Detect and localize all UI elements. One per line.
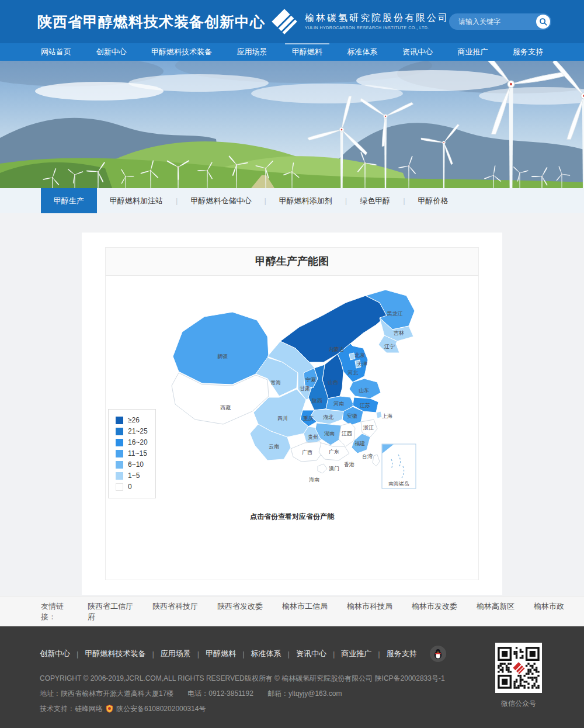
beian-text[interactable]: 陕公安备61080202000314号 (116, 705, 206, 713)
province-label-澳门: 澳门 (329, 466, 339, 472)
phone-text: 电话：0912-3851192 (187, 689, 253, 698)
province-北京[interactable] (349, 353, 355, 360)
friend-link-榆林市发改委[interactable]: 榆林市发改委 (412, 602, 457, 611)
legend-label: 21~25 (128, 428, 148, 435)
content-card: 甲醇生产产能图 新疆西藏青海甘肃内蒙古黑龙江吉林辽宁河北北京天津山西宁夏陕西山东… (82, 233, 502, 595)
tech-support-line: 技术支持：硅峰网络 陕公安备61080202000314号 (40, 705, 543, 713)
footer-nav-separator: | (288, 650, 290, 658)
footer-nav-应用场景[interactable]: 应用场景 (161, 649, 191, 659)
footer-nav-服务支持[interactable]: 服务支持 (387, 649, 417, 659)
nav-item-资讯中心[interactable]: 资讯中心 (399, 43, 436, 61)
search-input[interactable] (457, 17, 536, 26)
tech-support-text: 技术支持：硅峰网络 (40, 705, 103, 713)
subnav-tab-绿色甲醇[interactable]: 绿色甲醇 (347, 188, 403, 213)
main-nav-list: 网站首页创新中心甲醇燃料技术装备应用场景甲醇燃料标准体系资讯中心商业推广服务支持 (0, 43, 584, 61)
province-label-台湾: 台湾 (362, 453, 373, 459)
friend-link-陕西省发改委[interactable]: 陕西省发改委 (217, 602, 263, 611)
nav-item-甲醇燃料[interactable]: 甲醇燃料 (288, 43, 326, 61)
footer-nav-创新中心[interactable]: 创新中心 (40, 649, 70, 659)
friend-links-list: 陕西省工信厅陕西省科技厅陕西省发改委榆林市工信局榆林市科技局榆林市发改委榆林高新… (88, 601, 584, 622)
friend-links-row: 友情链接： 陕西省工信厅陕西省科技厅陕西省发改委榆林市工信局榆林市科技局榆林市发… (0, 596, 584, 626)
legend-row: 1~5 (116, 470, 155, 481)
subnav-tab-甲醇生产[interactable]: 甲醇生产 (41, 188, 97, 213)
friend-link-榆林市工信局[interactable]: 榆林市工信局 (282, 602, 328, 611)
capacity-chart-box: 甲醇生产产能图 新疆西藏青海甘肃内蒙古黑龙江吉林辽宁河北北京天津山西宁夏陕西山东… (105, 247, 479, 580)
province-广西[interactable] (291, 442, 324, 462)
company-logo-icon (270, 7, 299, 36)
legend-swatch (116, 483, 123, 491)
company-name-block: 榆林碳氢研究院股份有限公司 YULIN HYDROCARBON RESEARCH… (305, 13, 449, 30)
police-badge-icon (106, 705, 113, 713)
province-label-香港: 香港 (344, 462, 354, 467)
footer-nav-甲醇燃料[interactable]: 甲醇燃料 (206, 649, 236, 659)
footer-nav-separator: | (77, 650, 78, 658)
friend-link-陕西省工信厅[interactable]: 陕西省工信厅 (88, 602, 133, 611)
legend-swatch (116, 461, 123, 469)
site-header: 陕西省甲醇燃料技术装备创新中心 榆林碳氢研究院股份有限公司 YULIN HYDR… (0, 0, 584, 43)
province-label-海南: 海南 (309, 477, 319, 483)
main-navbar: 网站首页创新中心甲醇燃料技术装备应用场景甲醇燃料标准体系资讯中心商业推广服务支持 (0, 43, 584, 61)
subnav-tab-甲醇燃料添加剂[interactable]: 甲醇燃料添加剂 (266, 188, 345, 213)
chart-area: 新疆西藏青海甘肃内蒙古黑龙江吉林辽宁河北北京天津山西宁夏陕西山东河南江苏安徽上海… (106, 276, 478, 580)
main-content: 甲醇生产产能图 新疆西藏青海甘肃内蒙古黑龙江吉林辽宁河北北京天津山西宁夏陕西山东… (0, 213, 584, 596)
legend-label: 6~10 (128, 461, 144, 469)
province-新疆[interactable] (173, 312, 269, 384)
province-天津[interactable] (355, 360, 361, 368)
province-江西[interactable] (339, 423, 355, 446)
chart-title: 甲醇生产产能图 (106, 248, 478, 276)
friend-links-label: 友情链接： (41, 601, 78, 622)
subnav-tab-甲醇燃料仓储中心[interactable]: 甲醇燃料仓储中心 (178, 188, 264, 213)
qq-contact-button[interactable] (430, 646, 446, 662)
company-name-cn: 榆林碳氢研究院股份有限公司 (305, 13, 449, 23)
nav-item-创新中心[interactable]: 创新中心 (93, 43, 130, 61)
subnav-tab-甲醇燃料加注站[interactable]: 甲醇燃料加注站 (97, 188, 176, 213)
wechat-qr-code (495, 643, 542, 693)
wind-farm-photo (0, 180, 584, 188)
nav-item-商业推广[interactable]: 商业推广 (454, 43, 492, 61)
legend-row: 21~25 (116, 426, 155, 437)
site-footer: 创新中心|甲醇燃料技术装备|应用场景|甲醇燃料|标准体系|资讯中心|商业推广|服… (0, 626, 584, 728)
footer-nav-separator: | (197, 650, 199, 658)
company-name-en: YULIN HYDROCARBON RESEARCH INSTITUTE CO.… (305, 26, 449, 30)
province-台湾[interactable] (373, 455, 380, 466)
nav-item-服务支持[interactable]: 服务支持 (509, 43, 547, 61)
nav-item-网站首页[interactable]: 网站首页 (37, 43, 75, 61)
legend-label: 1~5 (128, 472, 140, 480)
legend-swatch (116, 417, 123, 424)
south-china-sea-inset: 南海诸岛 (382, 444, 416, 488)
china-map: 新疆西藏青海甘肃内蒙古黑龙江吉林辽宁河北北京天津山西宁夏陕西山东河南江苏安徽上海… (106, 276, 478, 504)
footer-nav-甲醇燃料技术装备[interactable]: 甲醇燃料技术装备 (85, 649, 145, 659)
map-legend: ≥2621~2516~2011~156~101~50 (108, 409, 156, 498)
footer-nav-资讯中心[interactable]: 资讯中心 (296, 649, 326, 659)
address-line: 地址：陕西省榆林市开源大道高科大厦17楼 电话：0912-3851192 邮箱：… (40, 689, 543, 698)
map-caption: 点击省份查看对应省份产能 (106, 512, 478, 522)
site-title: 陕西省甲醇燃料技术装备创新中心 (37, 12, 265, 32)
footer-nav-separator: | (242, 650, 244, 658)
footer-nav-separator: | (152, 650, 154, 658)
qq-penguin-icon (433, 649, 443, 659)
province-上海[interactable] (376, 411, 382, 418)
legend-label: 11~15 (128, 450, 147, 457)
legend-swatch (116, 472, 123, 480)
subnav-tab-甲醇价格[interactable]: 甲醇价格 (405, 188, 461, 213)
friend-link-榆林高新区[interactable]: 榆林高新区 (477, 602, 515, 611)
footer-nav-separator: | (333, 650, 335, 658)
hero-banner (0, 61, 584, 188)
search-icon (538, 17, 548, 26)
nav-item-标准体系[interactable]: 标准体系 (344, 43, 381, 61)
sub-navbar: 甲醇生产甲醇燃料加注站|甲醇燃料仓储中心|甲醇燃料添加剂|绿色甲醇|甲醇价格 (0, 188, 584, 213)
legend-swatch (116, 439, 123, 446)
friend-link-榆林市科技局[interactable]: 榆林市科技局 (347, 602, 392, 611)
footer-nav: 创新中心|甲醇燃料技术装备|应用场景|甲醇燃料|标准体系|资讯中心|商业推广|服… (40, 645, 543, 663)
copyright-text: COPYRIGHT © 2006-2019,JCRL.COM,ALL RIGHT… (40, 674, 445, 682)
footer-nav-标准体系[interactable]: 标准体系 (251, 649, 281, 659)
province-山东[interactable] (349, 379, 381, 398)
nav-item-甲醇燃料技术装备[interactable]: 甲醇燃料技术装备 (148, 43, 215, 61)
search-button[interactable] (536, 15, 550, 29)
province-海南[interactable] (318, 464, 327, 473)
legend-row: 6~10 (116, 459, 155, 470)
footer-nav-商业推广[interactable]: 商业推广 (341, 649, 371, 659)
legend-row: 16~20 (116, 437, 155, 448)
nav-item-应用场景[interactable]: 应用场景 (234, 43, 271, 61)
friend-link-陕西省科技厅[interactable]: 陕西省科技厅 (152, 602, 198, 611)
